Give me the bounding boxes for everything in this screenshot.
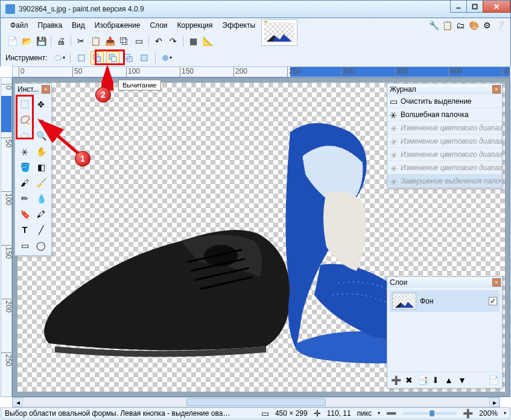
selection-invert-button[interactable] bbox=[138, 51, 151, 65]
gradient-tool[interactable]: ◧ bbox=[34, 160, 48, 174]
wand-icon: ⚹ bbox=[390, 124, 398, 132]
history-item[interactable]: ⚹Изменение цветового диапазона bbox=[387, 135, 502, 148]
delete-layer-button[interactable]: ✖ bbox=[403, 375, 415, 386]
crop-button[interactable]: ⿻ bbox=[118, 34, 131, 48]
zoom-in-icon[interactable]: ➕ bbox=[463, 409, 473, 418]
status-unit[interactable]: пикс bbox=[357, 409, 372, 418]
history-item-label: Завершение выделения палочкой bbox=[401, 177, 502, 185]
menu-edit[interactable]: Правка bbox=[33, 19, 68, 31]
layers-window-icon[interactable]: 🗂 bbox=[455, 20, 466, 31]
svg-rect-5 bbox=[78, 55, 84, 61]
tools-window-icon[interactable]: 🔧 bbox=[428, 20, 439, 31]
wand-icon: ⚹ bbox=[390, 110, 398, 119]
history-panel-title[interactable]: Журнал × bbox=[387, 84, 502, 95]
maximize-button[interactable] bbox=[466, 1, 483, 13]
help-icon[interactable]: ❔ bbox=[495, 20, 506, 31]
line-tool[interactable]: ╱ bbox=[34, 223, 48, 237]
annotation-box-2 bbox=[95, 49, 125, 65]
menu-file[interactable]: Файл bbox=[5, 19, 33, 31]
history-item[interactable]: ⚹Волшебная палочка bbox=[387, 108, 502, 121]
redo-button[interactable]: ↷ bbox=[167, 34, 180, 48]
menu-adjust[interactable]: Коррекция bbox=[173, 19, 218, 31]
tools-panel-title[interactable]: Инст... × bbox=[15, 84, 51, 95]
history-window-icon[interactable]: 📋 bbox=[442, 20, 452, 31]
brush-tool[interactable]: 🖌 bbox=[17, 176, 32, 190]
duplicate-layer-button[interactable]: 📑 bbox=[416, 375, 428, 386]
text-tool[interactable]: T bbox=[17, 223, 32, 237]
rect-tool[interactable]: ▭ bbox=[17, 238, 32, 253]
close-button[interactable] bbox=[483, 1, 510, 13]
deselect-button[interactable]: ▭ bbox=[132, 34, 145, 48]
tools-panel-close-icon[interactable]: × bbox=[42, 85, 50, 94]
horizontal-scrollbar[interactable]: ◂ ▸ bbox=[12, 397, 500, 407]
minimize-button[interactable] bbox=[450, 1, 467, 13]
vertical-ruler: 050100150200250 bbox=[1, 77, 12, 397]
zoom-slider[interactable] bbox=[402, 412, 457, 415]
selection-replace-button[interactable] bbox=[75, 51, 88, 65]
ruler-tick: 200 bbox=[1, 299, 12, 313]
main-toolbar: 📄 📂 💾 🖨 ✂ 📋 📥 ⿻ ▭ ↶ ↷ ▦ 📐 bbox=[0, 33, 511, 49]
scroll-right-button[interactable]: ▸ bbox=[489, 398, 500, 407]
merge-layer-button[interactable]: ⬇ bbox=[430, 375, 442, 386]
history-item[interactable]: ⚹Изменение цветового диапазона bbox=[387, 148, 502, 161]
history-item[interactable]: ⚹Изменение цветового диапазона bbox=[387, 121, 502, 135]
scroll-left-button[interactable]: ◂ bbox=[13, 398, 23, 407]
open-file-button[interactable]: 📂 bbox=[20, 34, 33, 48]
layer-visible-checkbox[interactable]: ✓ bbox=[489, 297, 497, 305]
print-button[interactable]: 🖨 bbox=[54, 34, 68, 48]
status-cursor: 110, 11 bbox=[327, 409, 351, 418]
ruler-tick: 150 bbox=[1, 245, 12, 259]
menu-effects[interactable]: Эффекты bbox=[218, 19, 261, 31]
layer-up-button[interactable]: ▲ bbox=[443, 375, 455, 386]
layer-down-button[interactable]: ▼ bbox=[456, 375, 468, 386]
eraser-tool[interactable]: 🧹 bbox=[34, 176, 48, 190]
history-item[interactable]: ⚹Завершение выделения палочкой bbox=[387, 174, 502, 188]
layer-row[interactable]: Фон ✓ bbox=[390, 290, 500, 312]
paste-button[interactable]: 📥 bbox=[103, 34, 116, 48]
settings-icon[interactable]: ⚙ bbox=[481, 20, 492, 31]
save-file-button[interactable]: 💾 bbox=[34, 34, 48, 48]
layers-panel-title-text: Слои bbox=[390, 278, 407, 287]
zoom-out-icon[interactable]: ➖ bbox=[386, 409, 396, 418]
ruler-tick: 100 bbox=[1, 191, 12, 205]
colors-window-icon[interactable]: 🎨 bbox=[468, 20, 479, 31]
history-item[interactable]: ⚹Изменение цветового диапазона bbox=[387, 161, 502, 174]
ruler-button[interactable]: 📐 bbox=[201, 34, 214, 48]
undo-button[interactable]: ↶ bbox=[152, 34, 165, 48]
menu-layers[interactable]: Слои bbox=[145, 19, 172, 31]
layers-panel-close-icon[interactable]: × bbox=[492, 278, 501, 287]
pencil-tool[interactable]: ✏ bbox=[17, 191, 32, 206]
clone-tool[interactable]: 🔖 bbox=[17, 207, 32, 221]
grid-button[interactable]: ▦ bbox=[186, 34, 200, 48]
magic-wand-tool[interactable]: ⚹ bbox=[17, 144, 32, 159]
layer-props-button[interactable]: 📄 bbox=[487, 375, 500, 386]
copy-button[interactable]: 📋 bbox=[89, 34, 102, 48]
tools-panel-title-text: Инст... bbox=[17, 85, 39, 94]
shapes-tool[interactable]: ◯ bbox=[34, 238, 48, 253]
add-layer-button[interactable]: ➕ bbox=[390, 375, 402, 386]
history-item-label: Волшебная палочка bbox=[401, 110, 469, 119]
history-item[interactable]: ▭Очистить выделение bbox=[387, 95, 502, 108]
scroll-thumb[interactable] bbox=[186, 398, 326, 406]
ruler-tick: 150 bbox=[180, 67, 194, 77]
menu-view[interactable]: Вид bbox=[67, 19, 90, 31]
document-thumbnail[interactable]: ★ bbox=[261, 19, 297, 46]
history-panel-close-icon[interactable]: × bbox=[492, 85, 501, 94]
recolor-tool[interactable]: 🖍 bbox=[34, 207, 48, 221]
svg-rect-1 bbox=[472, 4, 477, 8]
flood-mode-button[interactable]: ▾ bbox=[160, 51, 173, 65]
current-tool-dropdown[interactable]: ▾ bbox=[52, 51, 66, 65]
new-file-button[interactable]: 📄 bbox=[5, 34, 19, 48]
dims-icon: ▭ bbox=[261, 409, 269, 418]
layers-panel-title[interactable]: Слои × bbox=[387, 277, 502, 288]
horizontal-ruler: 050100150200250300350400450 bbox=[12, 66, 510, 77]
bucket-tool[interactable]: 🪣 bbox=[17, 160, 32, 174]
picker-tool[interactable]: 💧 bbox=[34, 191, 48, 206]
move-selection-tool[interactable]: ✥ bbox=[34, 97, 48, 112]
window-controls bbox=[451, 1, 510, 13]
menu-image[interactable]: Изображение bbox=[90, 19, 145, 31]
status-hint: Выбор области овальной формы. Левая кноп… bbox=[5, 409, 234, 418]
ruler-tick: 450 bbox=[502, 67, 510, 77]
status-zoom[interactable]: 200% bbox=[479, 409, 498, 418]
cut-button[interactable]: ✂ bbox=[74, 34, 87, 48]
